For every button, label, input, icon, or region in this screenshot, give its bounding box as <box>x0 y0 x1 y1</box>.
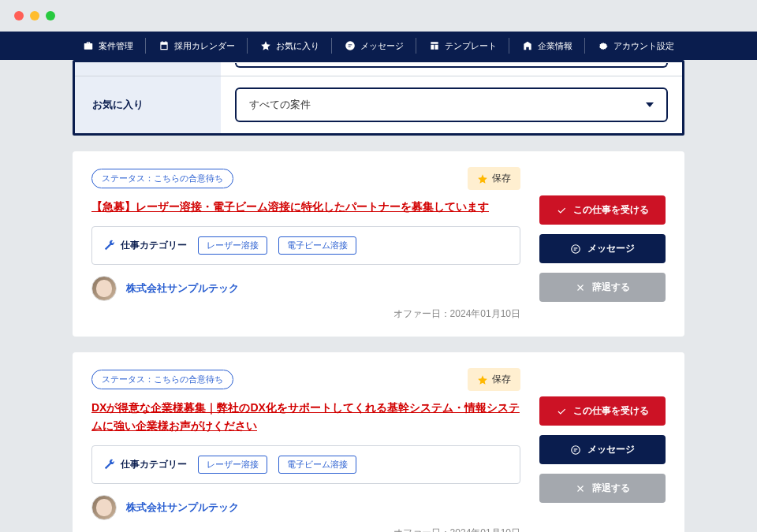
filter-control-top <box>221 63 682 76</box>
company-link[interactable]: 株式会社サンプルテック <box>126 281 239 296</box>
check-icon <box>556 205 567 216</box>
job-title-link[interactable]: DXが得意な企業様募集｜弊社のDX化をサポートしてくれる基幹システム・情報システ… <box>91 399 520 434</box>
chat-icon <box>345 40 356 51</box>
nav-label: メッセージ <box>360 40 404 52</box>
chevron-down-icon <box>646 102 654 107</box>
company-row: 株式会社サンプルテック <box>91 276 520 301</box>
building-icon <box>522 40 533 51</box>
message-button[interactable]: メッセージ <box>539 435 666 464</box>
card-header: ステータス：こちらの合意待ち 保存 <box>91 167 520 190</box>
filter-control: すべての案件 <box>221 76 682 133</box>
star-icon <box>260 40 271 51</box>
category-label: 仕事カテゴリー <box>103 239 187 252</box>
card-main: ステータス：こちらの合意待ち 保存 DXが得意な企業様募集｜弊社のDX化をサポー… <box>91 368 520 532</box>
nav-calendar[interactable]: 採用カレンダー <box>146 32 248 60</box>
category-tag: 電子ビーム溶接 <box>278 456 356 474</box>
wrench-icon <box>103 459 115 471</box>
svg-point-2 <box>572 446 580 455</box>
window-min-dot[interactable] <box>30 11 39 20</box>
gear-icon <box>598 40 609 51</box>
nav-label: お気に入り <box>276 40 319 52</box>
status-badge: ステータス：こちらの合意待ち <box>91 169 233 188</box>
message-label: メッセージ <box>587 242 635 255</box>
company-avatar <box>91 276 117 301</box>
decline-button[interactable]: 辞退する <box>539 273 666 302</box>
decline-label: 辞退する <box>592 482 630 495</box>
message-icon <box>570 244 581 255</box>
wrench-icon <box>103 240 115 251</box>
company-link[interactable]: 株式会社サンプルテック <box>126 500 239 515</box>
category-tag: レーザー溶接 <box>198 236 267 255</box>
filter-box: お気に入り すべての案件 <box>73 60 684 136</box>
nav-settings[interactable]: アカウント設定 <box>585 32 687 60</box>
accept-button[interactable]: この仕事を受ける <box>539 396 666 426</box>
nav-label: テンプレート <box>445 40 497 52</box>
nav-label: 企業情報 <box>538 40 572 52</box>
status-badge: ステータス：こちらの合意待ち <box>91 370 233 389</box>
nav-favorites[interactable]: お気に入り <box>248 32 332 60</box>
save-label: 保存 <box>492 373 511 386</box>
content-area: お気に入り すべての案件 ステータス：こちらの合意待ち 保存 <box>0 60 757 532</box>
nav-label: 採用カレンダー <box>174 40 235 52</box>
filter-label: お気に入り <box>75 76 221 133</box>
accept-label: この仕事を受ける <box>573 203 649 217</box>
card-actions: この仕事を受ける メッセージ 辞退する <box>539 167 666 321</box>
category-tag: レーザー溶接 <box>198 456 267 474</box>
star-icon <box>477 173 488 184</box>
card-actions: この仕事を受ける メッセージ 辞退する <box>539 368 666 532</box>
select-value: すべての案件 <box>249 98 311 112</box>
category-label: 仕事カテゴリー <box>103 458 187 471</box>
category-tag: 電子ビーム溶接 <box>278 236 356 255</box>
filter-row: お気に入り すべての案件 <box>75 76 682 133</box>
window-close-dot[interactable] <box>14 11 24 20</box>
close-icon <box>575 282 586 293</box>
company-avatar <box>91 495 117 520</box>
window-titlebar <box>0 0 757 32</box>
favorite-select[interactable]: すべての案件 <box>235 87 668 122</box>
save-button[interactable]: 保存 <box>468 167 520 190</box>
job-title-link[interactable]: 【急募】レーザー溶接・電子ビーム溶接に特化したパートナーを募集しています <box>91 198 520 215</box>
nav-messages[interactable]: メッセージ <box>332 32 416 60</box>
svg-point-1 <box>572 244 580 253</box>
category-box: 仕事カテゴリー レーザー溶接 電子ビーム溶接 <box>91 226 520 265</box>
nav-label: 案件管理 <box>99 40 133 52</box>
save-button[interactable]: 保存 <box>468 368 520 391</box>
category-text: 仕事カテゴリー <box>121 239 187 252</box>
close-icon <box>575 483 586 494</box>
nav-company[interactable]: 企業情報 <box>509 32 585 60</box>
svg-point-0 <box>345 41 355 50</box>
category-box: 仕事カテゴリー レーザー溶接 電子ビーム溶接 <box>91 445 520 484</box>
accept-button[interactable]: この仕事を受ける <box>539 195 666 225</box>
nav-templates[interactable]: テンプレート <box>416 32 509 60</box>
job-card: ステータス：こちらの合意待ち 保存 【急募】レーザー溶接・電子ビーム溶接に特化し… <box>73 151 684 337</box>
filter-row-top <box>75 62 682 76</box>
app-window: 案件管理 採用カレンダー お気に入り メッセージ テンプレート 企業情報 アカウ… <box>0 0 757 532</box>
accept-label: この仕事を受ける <box>573 404 649 418</box>
template-icon <box>429 40 440 51</box>
nav-label: アカウント設定 <box>613 40 674 52</box>
decline-button[interactable]: 辞退する <box>539 474 666 503</box>
job-card: ステータス：こちらの合意待ち 保存 DXが得意な企業様募集｜弊社のDX化をサポー… <box>73 352 684 532</box>
save-label: 保存 <box>492 172 511 185</box>
card-header: ステータス：こちらの合意待ち 保存 <box>91 368 520 391</box>
filter-label-top <box>75 62 221 76</box>
offer-date: オファー日：2024年01月10日 <box>91 526 520 532</box>
category-text: 仕事カテゴリー <box>121 458 187 471</box>
calendar-icon <box>158 40 170 51</box>
main-navbar: 案件管理 採用カレンダー お気に入り メッセージ テンプレート 企業情報 アカウ… <box>0 32 757 60</box>
check-icon <box>556 406 567 417</box>
window-max-dot[interactable] <box>46 11 55 20</box>
message-icon <box>570 445 581 456</box>
star-icon <box>477 374 488 385</box>
company-row: 株式会社サンプルテック <box>91 495 520 520</box>
nav-projects[interactable]: 案件管理 <box>70 32 146 60</box>
message-label: メッセージ <box>587 443 635 456</box>
offer-date: オファー日：2024年01月10日 <box>91 307 520 321</box>
decline-label: 辞退する <box>592 281 630 294</box>
message-button[interactable]: メッセージ <box>539 234 666 263</box>
card-main: ステータス：こちらの合意待ち 保存 【急募】レーザー溶接・電子ビーム溶接に特化し… <box>91 167 520 321</box>
briefcase-icon <box>83 40 94 51</box>
